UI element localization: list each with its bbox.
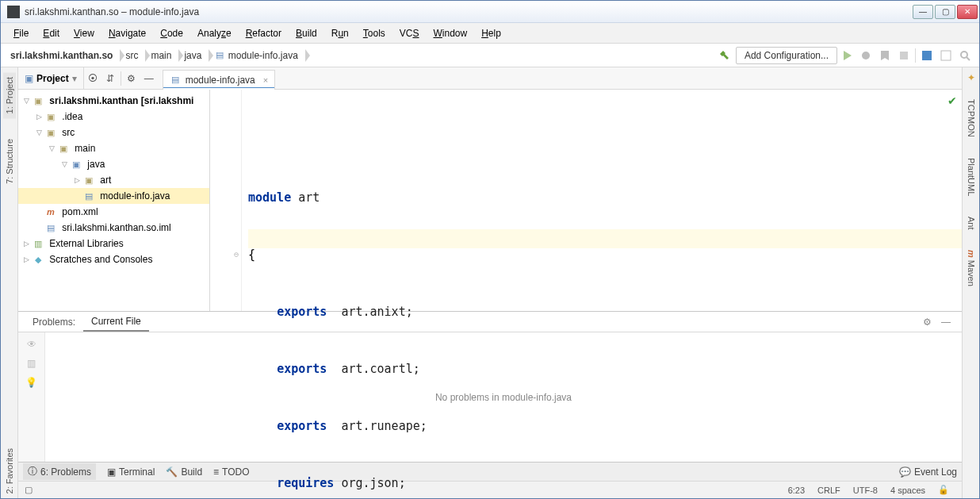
menu-tools[interactable]: Tools	[357, 26, 392, 40]
right-tool-stripe: ✦ TCPMON PlantUML Ant m Maven	[962, 67, 979, 498]
svg-rect-1	[900, 52, 908, 59]
menu-help[interactable]: Help	[475, 26, 507, 40]
inspection-ok-icon[interactable]: ✔	[947, 94, 957, 107]
svg-point-0	[862, 52, 870, 59]
tree-external-libraries[interactable]: ▷▥ External Libraries	[18, 236, 209, 251]
minimize-button[interactable]: —	[913, 5, 933, 19]
tool-tab-favorites[interactable]: 2: Favorites	[3, 443, 16, 498]
coverage-icon[interactable]	[879, 49, 891, 62]
svg-line-5	[967, 57, 970, 60]
menu-analyze[interactable]: Analyze	[191, 26, 238, 40]
maximize-button[interactable]: ▢	[935, 5, 955, 19]
breadcrumb-file[interactable]: ▤ module-info.java	[209, 47, 305, 64]
stop-icon[interactable]	[898, 49, 910, 62]
tool-tab-structure[interactable]: 7: Structure	[3, 134, 16, 189]
menu-view[interactable]: View	[67, 26, 101, 40]
svg-point-4	[961, 52, 967, 58]
folder-icon: ▣	[45, 127, 56, 138]
maven-icon: m	[45, 206, 56, 217]
project-view-selector[interactable]: ▣ Project ▾	[18, 67, 84, 89]
debug-icon[interactable]	[859, 49, 872, 62]
tool-strip: ▣ Project ▾ ⦿ ⇵ ⚙ — ▤ module-info.java ×	[18, 67, 962, 90]
locate-icon[interactable]: ⦿	[84, 70, 101, 87]
tree-pom[interactable]: m pom.xml	[18, 204, 209, 220]
terminal-icon: ▣	[107, 466, 116, 478]
problems-tab-current-file[interactable]: Current File	[83, 313, 149, 332]
tool-tab-problems[interactable]: ⓘ6: Problems	[23, 463, 96, 480]
run-icon[interactable]	[840, 49, 853, 62]
cross-icon[interactable]: ✦	[967, 72, 975, 83]
iml-icon: ▤	[45, 222, 56, 233]
hide-icon[interactable]: —	[140, 70, 158, 87]
tool-tab-terminal[interactable]: ▣Terminal	[107, 466, 155, 478]
library-icon: ▥	[33, 238, 44, 249]
app-icon	[7, 6, 20, 18]
breadcrumb-root[interactable]: sri.lakshmi.kanthan.so	[6, 47, 121, 64]
filter-icon[interactable]: ▥	[27, 358, 36, 369]
problems-side-toolbar: 👁 ▥ 💡	[18, 332, 45, 462]
layout-icon[interactable]	[940, 49, 952, 62]
folder-icon: ▣	[45, 111, 56, 122]
tree-root[interactable]: ▽▣ sri.lakshmi.kanthan [sri.lakshmi	[18, 93, 209, 109]
run-config-selector[interactable]: Add Configuration...	[736, 47, 837, 64]
tree-art[interactable]: ▷▣ art	[18, 172, 209, 188]
tree-module-info[interactable]: ▤ module-info.java	[18, 188, 209, 204]
breadcrumb-java[interactable]: java	[179, 47, 209, 64]
tree-src[interactable]: ▽▣ src	[18, 125, 209, 140]
tool-tab-build[interactable]: 🔨Build	[166, 466, 202, 478]
close-tab-icon[interactable]: ×	[263, 75, 268, 85]
menu-window[interactable]: Window	[427, 26, 473, 40]
project-icon: ▣	[33, 95, 44, 106]
svg-rect-3	[941, 51, 951, 60]
menu-build[interactable]: Build	[289, 26, 323, 40]
menu-bar: File Edit View Navigate Code Analyze Ref…	[1, 23, 979, 44]
menu-navigate[interactable]: Navigate	[102, 26, 152, 40]
code-editor[interactable]: module art ⊖{ exports art.anixt; exports…	[210, 90, 962, 311]
status-icon[interactable]: ▢	[25, 485, 33, 495]
expand-all-icon[interactable]: ⇵	[101, 70, 119, 87]
bulb-icon[interactable]: 💡	[25, 377, 37, 388]
breadcrumb-main[interactable]: main	[146, 47, 179, 64]
package-icon: ▣	[83, 175, 94, 186]
java-file-icon: ▤	[170, 75, 181, 86]
menu-run[interactable]: Run	[325, 26, 355, 40]
project-tree[interactable]: ▽▣ sri.lakshmi.kanthan [sri.lakshmi ▷▣ .…	[18, 90, 210, 311]
tool-tab-plantuml[interactable]: PlantUML	[965, 153, 978, 201]
info-icon: ⓘ	[28, 465, 37, 478]
git-icon[interactable]	[921, 49, 933, 62]
java-file-icon: ▤	[83, 190, 94, 202]
menu-edit[interactable]: Edit	[36, 26, 66, 40]
editor-tab-module-info[interactable]: ▤ module-info.java ×	[163, 70, 276, 89]
scratch-icon: ◆	[33, 254, 44, 265]
close-button[interactable]: ✕	[957, 5, 978, 19]
fold-icon[interactable]: ⊖	[234, 245, 239, 264]
java-file-icon: ▤	[214, 50, 225, 61]
gear-icon[interactable]: ⚙	[123, 70, 140, 87]
menu-code[interactable]: Code	[154, 26, 189, 40]
build-icon[interactable]	[718, 49, 731, 62]
menu-vcs[interactable]: VCS	[393, 26, 426, 40]
menu-file[interactable]: File	[7, 26, 35, 40]
breadcrumb-src[interactable]: src	[121, 47, 146, 64]
search-everywhere-icon[interactable]	[959, 49, 971, 62]
tool-tab-todo[interactable]: ≡TODO	[213, 466, 249, 478]
tree-java[interactable]: ▽▣ java	[18, 156, 209, 172]
problems-tab-label: Problems:	[25, 313, 83, 331]
menu-refactor[interactable]: Refactor	[239, 26, 288, 40]
tree-idea[interactable]: ▷▣ .idea	[18, 109, 209, 125]
tool-tab-project[interactable]: 1: Project	[3, 72, 16, 118]
tree-iml[interactable]: ▤ sri.lakshmi.kanthan.so.iml	[18, 220, 209, 236]
tree-scratches[interactable]: ▷◆ Scratches and Consoles	[18, 251, 209, 267]
folder-icon: ▣	[25, 73, 33, 84]
source-folder-icon: ▣	[71, 159, 82, 170]
folder-icon: ▣	[58, 143, 69, 154]
tool-tab-tcpmon[interactable]: TCPMON	[965, 94, 978, 142]
tool-tab-ant[interactable]: Ant	[965, 212, 978, 235]
tree-main[interactable]: ▽▣ main	[18, 140, 209, 156]
eye-icon[interactable]: 👁	[27, 339, 36, 350]
window-title: sri.lakshmi.kanthan.so – module-info.jav…	[25, 6, 913, 17]
window-titlebar: sri.lakshmi.kanthan.so – module-info.jav…	[1, 1, 979, 23]
navigation-bar: sri.lakshmi.kanthan.so src main java ▤ m…	[1, 44, 979, 67]
tool-tab-maven[interactable]: m Maven	[965, 245, 978, 291]
svg-rect-2	[922, 51, 932, 60]
